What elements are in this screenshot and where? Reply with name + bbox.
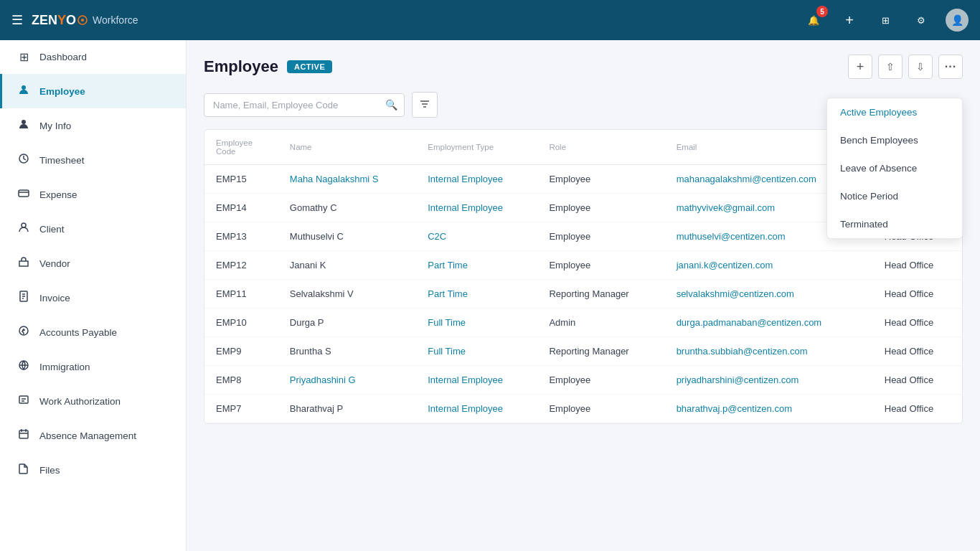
- cell-location: Head Office: [873, 280, 962, 309]
- cell-emp-type: C2C: [416, 222, 537, 251]
- svg-rect-11: [19, 396, 28, 403]
- cell-role: Employee: [537, 222, 664, 251]
- dropdown-item-terminated[interactable]: Terminated: [827, 210, 962, 238]
- cell-role: Reporting Manager: [537, 280, 664, 309]
- cell-email[interactable]: bharathvaj.p@centizen.com: [665, 395, 873, 423]
- hamburger-icon[interactable]: ☰: [11, 12, 23, 28]
- myinfo-icon: [17, 118, 31, 133]
- cell-emp-type: Internal Employee: [416, 194, 537, 222]
- cell-name[interactable]: Gomathy C: [278, 194, 416, 222]
- accounts-payable-icon: [17, 325, 31, 339]
- settings-button[interactable]: ⚙: [910, 9, 933, 32]
- cell-name[interactable]: Maha Nagalakshmi S: [278, 165, 416, 194]
- cell-role: Admin: [537, 309, 664, 337]
- search-input[interactable]: [204, 93, 405, 117]
- upload-icon: ⇧: [886, 61, 895, 72]
- cell-emp-type: Internal Employee: [416, 366, 537, 395]
- plus-icon: +: [857, 60, 864, 75]
- gear-icon: ⚙: [917, 15, 925, 26]
- sidebar-item-myinfo[interactable]: My Info: [0, 108, 186, 143]
- cell-emp-code: EMP15: [204, 165, 278, 194]
- sidebar-item-client[interactable]: Client: [0, 212, 186, 246]
- apps-grid-button[interactable]: ⊞: [874, 9, 897, 32]
- plus-icon: +: [845, 12, 854, 29]
- sidebar-label-expense: Expense: [39, 189, 77, 200]
- table-row: EMP7 Bharathvaj P Internal Employee Empl…: [204, 395, 962, 423]
- upload-button[interactable]: ⇧: [878, 55, 903, 79]
- invoice-icon: [17, 291, 31, 305]
- topbar: ☰ ZENYO Workforce 🔔 5 + ⊞ ⚙ 👤: [0, 0, 980, 40]
- sidebar-item-invoice[interactable]: Invoice: [0, 281, 186, 315]
- filter-icon: [419, 98, 430, 112]
- cell-emp-type: Internal Employee: [416, 165, 537, 194]
- add-record-button[interactable]: +: [848, 55, 872, 79]
- sidebar-item-timesheet[interactable]: Timesheet: [0, 143, 186, 177]
- sidebar-label-work-authorization: Work Authorization: [39, 396, 121, 407]
- sidebar-item-absence-management[interactable]: Absence Management: [0, 418, 186, 453]
- app-logo: ZENYO Workforce: [32, 13, 138, 28]
- cell-role: Reporting Manager: [537, 337, 664, 366]
- svg-rect-12: [19, 430, 28, 438]
- search-icon[interactable]: 🔍: [385, 99, 397, 110]
- dropdown-item-leave[interactable]: Leave of Absence: [827, 154, 962, 182]
- cell-role: Employee: [537, 366, 664, 395]
- more-options-button[interactable]: ···: [938, 55, 963, 79]
- cell-name[interactable]: Bruntha S: [278, 337, 416, 366]
- sidebar-item-work-authorization[interactable]: Work Authorization: [0, 384, 186, 418]
- notification-bell[interactable]: 🔔 5: [802, 9, 825, 32]
- dropdown-item-notice[interactable]: Notice Period: [827, 182, 962, 210]
- sidebar-item-immigration[interactable]: Immigration: [0, 349, 186, 384]
- cell-name[interactable]: Janani K: [278, 251, 416, 280]
- page-header: Employee ACTIVE + ⇧ ⇩ ···: [204, 55, 963, 79]
- cell-email[interactable]: janani.k@centizen.com: [665, 251, 873, 280]
- cell-email[interactable]: durga.padmanaban@centizen.com: [665, 309, 873, 337]
- cell-emp-type: Full Time: [416, 337, 537, 366]
- cell-email[interactable]: bruntha.subbiah@centizen.com: [665, 337, 873, 366]
- app-subtitle: Workforce: [93, 14, 138, 26]
- cell-emp-type: Internal Employee: [416, 395, 537, 423]
- cell-emp-code: EMP7: [204, 395, 278, 423]
- cell-name[interactable]: Priyadhashini G: [278, 366, 416, 395]
- main-content: Employee ACTIVE + ⇧ ⇩ ··· Active Empl: [187, 40, 980, 551]
- cell-email[interactable]: priyadharshini@centizen.com: [665, 366, 873, 395]
- sidebar-label-dashboard: Dashboard: [39, 52, 87, 62]
- add-button[interactable]: +: [838, 9, 861, 32]
- dashboard-icon: ⊞: [17, 50, 31, 64]
- table-row: EMP12 Janani K Part Time Employee janani…: [204, 251, 962, 280]
- avatar-image: 👤: [951, 14, 963, 26]
- sidebar-item-employee[interactable]: Employee: [0, 74, 186, 108]
- sidebar-label-accounts-payable: Accounts Payable: [39, 327, 117, 338]
- cell-role: Employee: [537, 194, 664, 222]
- dropdown-item-active[interactable]: Active Employees: [827, 98, 962, 126]
- cell-email[interactable]: selvalakshmi@centizen.com: [665, 280, 873, 309]
- main-layout: ⊞ Dashboard Employee My Info Timesheet: [0, 40, 980, 551]
- cell-name[interactable]: Bharathvaj P: [278, 395, 416, 423]
- table-row: EMP8 Priyadhashini G Internal Employee E…: [204, 366, 962, 395]
- sidebar-label-client: Client: [39, 224, 65, 235]
- cell-role: Employee: [537, 165, 664, 194]
- dropdown-item-bench[interactable]: Bench Employees: [827, 126, 962, 154]
- employee-icon: [17, 84, 31, 98]
- cell-name[interactable]: Durga P: [278, 309, 416, 337]
- cell-location: Head Office: [873, 337, 962, 366]
- download-button[interactable]: ⇩: [908, 55, 933, 79]
- sidebar-item-vendor[interactable]: Vendor: [0, 246, 186, 281]
- sidebar-label-files: Files: [39, 465, 60, 476]
- sidebar-item-dashboard[interactable]: ⊞ Dashboard: [0, 40, 186, 74]
- sidebar-label-employee: Employee: [39, 86, 85, 97]
- topbar-actions: 🔔 5 + ⊞ ⚙ 👤: [802, 9, 969, 32]
- cell-name[interactable]: Muthuselvi C: [278, 222, 416, 251]
- bell-icon: 🔔: [808, 15, 819, 26]
- timesheet-icon: [17, 153, 31, 167]
- sidebar-item-files[interactable]: Files: [0, 453, 186, 487]
- cell-emp-code: EMP9: [204, 337, 278, 366]
- sidebar: ⊞ Dashboard Employee My Info Timesheet: [0, 40, 187, 551]
- sidebar-item-accounts-payable[interactable]: Accounts Payable: [0, 315, 186, 349]
- page-title: Employee: [204, 57, 278, 76]
- header-actions: + ⇧ ⇩ ···: [848, 55, 963, 79]
- avatar[interactable]: 👤: [946, 9, 969, 32]
- cell-name[interactable]: Selvalakshmi V: [278, 280, 416, 309]
- sidebar-item-expense[interactable]: Expense: [0, 177, 186, 212]
- filter-button[interactable]: [412, 92, 438, 118]
- cell-emp-code: EMP12: [204, 251, 278, 280]
